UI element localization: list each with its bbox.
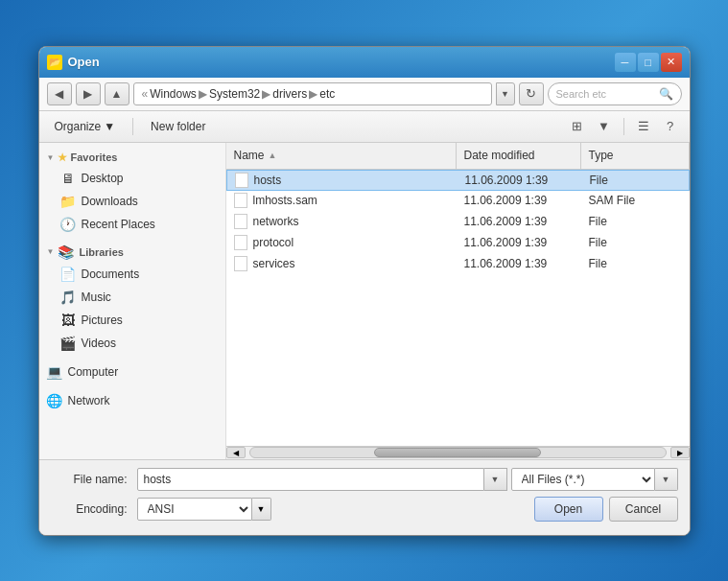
new-folder-label: New folder	[151, 120, 205, 133]
videos-label: Videos	[82, 337, 116, 350]
file-icon-protocol	[234, 235, 247, 250]
sep1: ▶	[199, 87, 207, 101]
favorites-header[interactable]: ▼ ★ Favorites	[39, 149, 225, 167]
pictures-label: Pictures	[82, 314, 123, 327]
col-type-label: Type	[589, 149, 614, 162]
desktop-label: Desktop	[82, 172, 124, 185]
toolbar-separator	[132, 118, 133, 135]
horizontal-scrollbar-area: ◀ ▶	[226, 446, 690, 459]
toolbar-right: ⊞ ▼ ☰ ?	[566, 115, 682, 138]
file-name-dropdown-button[interactable]: ▼	[484, 468, 507, 491]
scroll-right-button[interactable]: ▶	[670, 447, 690, 458]
search-icon: 🔍	[659, 87, 673, 101]
pictures-icon: 🖼	[60, 313, 76, 328]
file-name-row: File name: ▼ All Files (*.*) ▼	[51, 468, 678, 491]
address-dropdown-button[interactable]: ▼	[496, 82, 515, 105]
music-label: Music	[82, 290, 111, 304]
open-button[interactable]: Open	[534, 497, 603, 522]
favorites-label: Favorites	[70, 151, 117, 163]
search-placeholder: Search etc	[556, 88, 607, 100]
computer-label: Computer	[68, 365, 119, 379]
file-type-networks: File	[581, 215, 690, 228]
up-button[interactable]: ▲	[105, 82, 129, 105]
organize-dropdown-icon: ▼	[104, 120, 115, 133]
column-header-name[interactable]: Name ▲	[226, 143, 457, 169]
libraries-label: Libraries	[79, 246, 123, 258]
organize-button[interactable]: Organize ▼	[47, 115, 124, 138]
back-button[interactable]: ◀	[47, 82, 72, 105]
encoding-container: ANSI ▼	[137, 498, 271, 521]
favorites-star-icon: ★	[58, 151, 67, 164]
window-icon: 📂	[47, 55, 62, 70]
file-icon-services	[234, 256, 247, 271]
column-header-type[interactable]: Type	[581, 143, 690, 169]
sidebar-item-pictures[interactable]: 🖼 Pictures	[39, 309, 225, 332]
sidebar-item-downloads[interactable]: 📁 Downloads	[39, 190, 225, 213]
minimize-button[interactable]: ─	[615, 53, 636, 72]
open-dialog: 📂 Open ─ □ ✕ ◀ ▶ ▲ « Windows ▶ System32 …	[38, 46, 691, 536]
address-path[interactable]: « Windows ▶ System32 ▶ drivers ▶ etc	[133, 82, 492, 105]
file-row-networks[interactable]: networks 11.06.2009 1:39 File	[226, 212, 690, 233]
sidebar-item-network[interactable]: 🌐 Network	[39, 389, 225, 412]
scroll-left-button[interactable]: ◀	[226, 447, 246, 458]
column-header-date[interactable]: Date modified	[457, 143, 581, 169]
horizontal-scrollbar[interactable]	[249, 447, 667, 458]
libraries-icon: 📚	[58, 244, 73, 260]
forward-button[interactable]: ▶	[76, 82, 101, 105]
sort-arrow: ▲	[269, 151, 277, 160]
file-type-select[interactable]: All Files (*.*)	[511, 468, 655, 491]
scrollbar-thumb	[374, 448, 540, 457]
view-toggle-button[interactable]: ⊞	[566, 115, 589, 138]
file-row-lmhosts[interactable]: lmhosts.sam 11.06.2009 1:39 SAM File	[226, 191, 690, 212]
file-icon-lmhosts	[234, 193, 247, 208]
libraries-header[interactable]: ▼ 📚 Libraries	[39, 242, 225, 263]
view-dropdown-button[interactable]: ▼	[593, 115, 616, 138]
file-row-services[interactable]: services 11.06.2009 1:39 File	[226, 254, 690, 275]
col-date-label: Date modified	[464, 149, 535, 162]
file-date-hosts: 11.06.2009 1:39	[458, 174, 582, 187]
file-name-input[interactable]	[137, 468, 484, 491]
file-list-body: hosts 11.06.2009 1:39 File lmhosts.sam 1…	[226, 170, 690, 446]
file-name-services: services	[226, 256, 457, 271]
address-bar: ◀ ▶ ▲ « Windows ▶ System32 ▶ drivers ▶ e…	[39, 78, 690, 111]
file-row-hosts[interactable]: hosts 11.06.2009 1:39 File	[226, 170, 690, 191]
file-name-input-container: ▼	[137, 468, 507, 491]
encoding-dropdown-button[interactable]: ▼	[252, 498, 271, 521]
libraries-section: ▼ 📚 Libraries 📄 Documents 🎵 Music 🖼 Pict…	[39, 242, 225, 355]
file-date-protocol: 11.06.2009 1:39	[457, 236, 581, 249]
documents-icon: 📄	[60, 267, 76, 282]
sidebar-item-desktop[interactable]: 🖥 Desktop	[39, 167, 225, 190]
help-button[interactable]: ?	[659, 115, 682, 138]
title-bar: 📂 Open ─ □ ✕	[39, 47, 690, 78]
file-panel: Name ▲ Date modified Type hosts 11.0	[226, 143, 690, 459]
close-button[interactable]: ✕	[661, 53, 682, 72]
libraries-arrow: ▼	[47, 247, 55, 256]
sidebar-item-recent-places[interactable]: 🕐 Recent Places	[39, 213, 225, 236]
encoding-select[interactable]: ANSI	[137, 498, 252, 521]
file-name-label: File name:	[51, 473, 137, 486]
encoding-row: Encoding: ANSI ▼ Open Cancel	[51, 497, 678, 522]
recent-places-icon: 🕐	[60, 217, 76, 232]
navigation-panel: ▼ ★ Favorites 🖥 Desktop 📁 Downloads 🕐 Re…	[39, 143, 226, 459]
new-folder-button[interactable]: New folder	[143, 115, 213, 138]
file-name-protocol: protocol	[226, 235, 457, 250]
maximize-button[interactable]: □	[638, 53, 659, 72]
sidebar-item-music[interactable]: 🎵 Music	[39, 286, 225, 309]
cancel-button[interactable]: Cancel	[609, 497, 678, 522]
music-icon: 🎵	[60, 290, 76, 305]
path-prefix: «	[142, 87, 149, 101]
preview-pane-button[interactable]: ☰	[632, 115, 655, 138]
file-date-lmhosts: 11.06.2009 1:39	[457, 194, 581, 207]
toolbar: Organize ▼ New folder ⊞ ▼ ☰ ?	[39, 111, 690, 143]
file-row-protocol[interactable]: protocol 11.06.2009 1:39 File	[226, 233, 690, 254]
search-box[interactable]: Search etc 🔍	[548, 82, 682, 105]
sidebar-item-documents[interactable]: 📄 Documents	[39, 263, 225, 286]
file-type-hosts: File	[582, 174, 689, 187]
organize-label: Organize	[55, 120, 102, 133]
sidebar-item-videos[interactable]: 🎬 Videos	[39, 332, 225, 355]
sidebar-item-computer[interactable]: 💻 Computer	[39, 360, 225, 383]
refresh-button[interactable]: ↻	[519, 82, 544, 105]
file-name-hosts: hosts	[227, 173, 458, 188]
file-type-dropdown-button[interactable]: ▼	[655, 468, 678, 491]
file-date-networks: 11.06.2009 1:39	[457, 215, 581, 228]
